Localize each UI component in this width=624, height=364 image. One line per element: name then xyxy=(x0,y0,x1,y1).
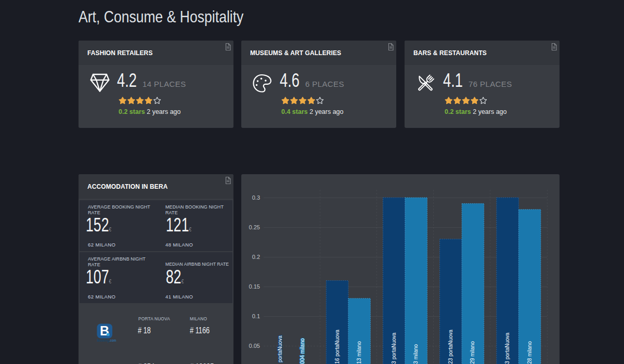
svg-text:0.16 portaNuova: 0.16 portaNuova xyxy=(334,330,340,364)
svg-text:0.28 milano: 0.28 milano xyxy=(527,341,532,364)
svg-text:Booking.com: Booking.com xyxy=(97,339,116,343)
svg-text:0.29 milano: 0.29 milano xyxy=(470,341,475,364)
svg-text:0.3 portaNuova: 0.3 portaNuova xyxy=(391,332,397,364)
svg-text:0.1: 0.1 xyxy=(252,313,260,319)
svg-text:0.25: 0.25 xyxy=(249,224,260,230)
svg-text:0.3 milano: 0.3 milano xyxy=(413,344,419,364)
svg-text:0.05: 0.05 xyxy=(249,343,260,349)
svg-text:0.3 portaNuova: 0.3 portaNuova xyxy=(504,332,510,364)
svg-text:0.15: 0.15 xyxy=(249,283,260,290)
svg-text:0.13 milano: 0.13 milano xyxy=(356,341,362,364)
svg-text:0.2: 0.2 xyxy=(252,254,260,260)
svg-text:0.004 milano: 0.004 milano xyxy=(300,338,305,364)
svg-text:0.23 portaNuova: 0.23 portaNuova xyxy=(448,330,453,364)
svg-text:0.3: 0.3 xyxy=(252,194,260,201)
svg-text:portaNuova: portaNuova xyxy=(277,335,283,362)
